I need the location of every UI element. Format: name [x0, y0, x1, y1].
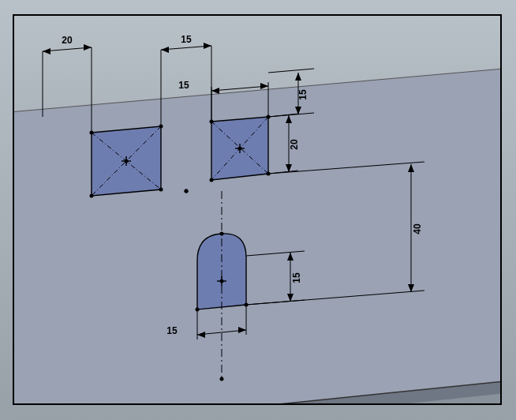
svg-line-51 [268, 69, 314, 73]
dim-label: 15 [291, 272, 302, 283]
dim-label: 20 [289, 139, 300, 150]
svg-point-22 [210, 178, 214, 182]
feature-left-square [90, 125, 163, 198]
svg-marker-39 [161, 47, 169, 53]
dim-label: 15 [166, 325, 178, 336]
feature-right-square [210, 115, 271, 182]
dim-label: 15 [181, 34, 192, 45]
plate [14, 63, 500, 403]
svg-marker-35 [84, 44, 92, 51]
svg-marker-44 [211, 88, 219, 94]
drawing-frame: 20 15 15 [13, 14, 502, 405]
svg-marker-45 [260, 83, 268, 89]
svg-marker-0 [14, 63, 500, 403]
svg-point-13 [125, 159, 129, 163]
svg-marker-49 [295, 73, 301, 81]
dim-label: 20 [62, 35, 73, 46]
svg-point-27 [220, 279, 224, 283]
dim-label: 15 [297, 89, 308, 100]
dim-label: 15 [178, 80, 189, 91]
viewport: 20 15 15 [0, 0, 516, 420]
svg-point-23 [238, 147, 242, 151]
dim-label: 40 [412, 223, 423, 234]
svg-point-30 [220, 232, 224, 236]
svg-marker-40 [204, 43, 211, 49]
svg-point-32 [185, 189, 189, 193]
svg-point-12 [90, 194, 94, 198]
cad-canvas: 20 15 15 [14, 16, 500, 403]
svg-point-11 [159, 188, 163, 192]
svg-point-31 [220, 377, 224, 381]
svg-marker-34 [43, 48, 50, 54]
